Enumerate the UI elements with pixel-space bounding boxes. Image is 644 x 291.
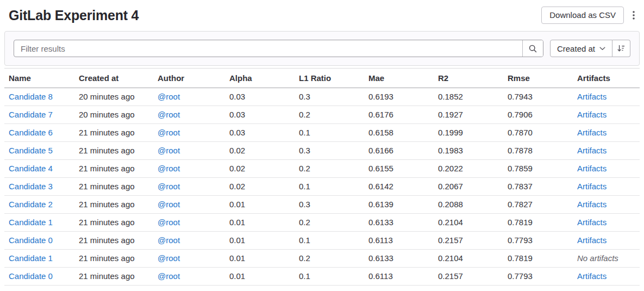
candidate-link[interactable]: Candidate 1 bbox=[9, 218, 53, 227]
candidate-link[interactable]: Candidate 8 bbox=[9, 92, 53, 101]
author-link[interactable]: @root bbox=[158, 253, 180, 263]
table-row: Candidate 521 minutes ago@root0.020.30.6… bbox=[4, 142, 640, 160]
created-at-value: 20 minutes ago bbox=[79, 92, 135, 101]
candidate-link[interactable]: Candidate 4 bbox=[9, 164, 53, 173]
alpha-value: 0.03 bbox=[229, 128, 245, 137]
candidate-link[interactable]: Candidate 0 bbox=[9, 271, 53, 281]
author-link[interactable]: @root bbox=[158, 164, 180, 173]
table-row: Candidate 720 minutes ago@root0.030.20.6… bbox=[4, 106, 640, 124]
sort-direction-button[interactable] bbox=[612, 40, 630, 57]
sort-field-dropdown[interactable]: Created at bbox=[550, 40, 612, 57]
created-at-value: 21 minutes ago bbox=[79, 253, 135, 263]
author-link[interactable]: @root bbox=[158, 110, 180, 119]
alpha-value: 0.03 bbox=[229, 92, 245, 101]
created-at-value: 21 minutes ago bbox=[79, 218, 135, 227]
sort-descending-icon bbox=[617, 44, 626, 53]
page-title: GitLab Experiment 4 bbox=[9, 8, 139, 23]
rmse-value: 0.7906 bbox=[508, 110, 533, 119]
alpha-value: 0.01 bbox=[229, 271, 245, 281]
mae-value: 0.6133 bbox=[368, 218, 393, 227]
table-row: Candidate 321 minutes ago@root0.020.10.6… bbox=[4, 178, 640, 196]
no-artifacts-text: No artifacts bbox=[577, 253, 618, 263]
author-link[interactable]: @root bbox=[158, 218, 180, 227]
search-input-group bbox=[14, 40, 543, 57]
table-row: Candidate 121 minutes ago@root0.010.20.6… bbox=[4, 250, 640, 268]
r2-value: 0.1999 bbox=[438, 128, 463, 137]
l1-ratio-value: 0.2 bbox=[299, 253, 310, 263]
l1-ratio-value: 0.3 bbox=[299, 146, 310, 155]
candidate-link[interactable]: Candidate 7 bbox=[9, 110, 53, 119]
top-bar: GitLab Experiment 4 Download as CSV bbox=[4, 7, 640, 31]
table-row: Candidate 221 minutes ago@root0.010.30.6… bbox=[4, 196, 640, 214]
filter-results-input[interactable] bbox=[14, 40, 522, 57]
alpha-value: 0.01 bbox=[229, 200, 245, 209]
artifacts-link[interactable]: Artifacts bbox=[577, 164, 607, 173]
author-link[interactable]: @root bbox=[158, 236, 180, 245]
alpha-value: 0.01 bbox=[229, 253, 245, 263]
candidate-link[interactable]: Candidate 0 bbox=[9, 236, 53, 245]
table-row: Candidate 121 minutes ago@root0.010.20.6… bbox=[4, 214, 640, 232]
filter-bar: Created at bbox=[4, 31, 640, 66]
table-row: Candidate 820 minutes ago@root0.030.30.6… bbox=[4, 88, 640, 106]
created-at-value: 21 minutes ago bbox=[79, 182, 135, 191]
mae-value: 0.6113 bbox=[368, 271, 393, 281]
author-link[interactable]: @root bbox=[158, 146, 180, 155]
l1-ratio-value: 0.2 bbox=[299, 110, 310, 119]
column-header-r2: R2 bbox=[438, 69, 508, 88]
l1-ratio-value: 0.2 bbox=[299, 218, 310, 227]
r2-value: 0.2157 bbox=[438, 236, 463, 245]
author-link[interactable]: @root bbox=[158, 200, 180, 209]
created-at-value: 20 minutes ago bbox=[79, 110, 135, 119]
rmse-value: 0.7837 bbox=[508, 182, 533, 191]
l1-ratio-value: 0.1 bbox=[299, 236, 310, 245]
author-link[interactable]: @root bbox=[158, 182, 180, 191]
candidate-link[interactable]: Candidate 1 bbox=[9, 253, 53, 263]
alpha-value: 0.02 bbox=[229, 164, 245, 173]
rmse-value: 0.7878 bbox=[508, 146, 533, 155]
mae-value: 0.6176 bbox=[368, 110, 393, 119]
author-link[interactable]: @root bbox=[158, 128, 180, 137]
column-header-author: Author bbox=[158, 69, 229, 88]
artifacts-link[interactable]: Artifacts bbox=[577, 218, 607, 227]
r2-value: 0.2067 bbox=[438, 182, 463, 191]
created-at-value: 21 minutes ago bbox=[79, 146, 135, 155]
mae-value: 0.6142 bbox=[368, 182, 393, 191]
more-actions-button[interactable] bbox=[630, 9, 637, 21]
candidate-link[interactable]: Candidate 2 bbox=[9, 200, 53, 209]
created-at-value: 21 minutes ago bbox=[79, 200, 135, 209]
kebab-icon bbox=[632, 10, 635, 20]
artifacts-link[interactable]: Artifacts bbox=[577, 200, 607, 209]
column-header-rmse: Rmse bbox=[508, 69, 577, 88]
artifacts-link[interactable]: Artifacts bbox=[577, 271, 607, 281]
search-button[interactable] bbox=[522, 40, 543, 57]
artifacts-link[interactable]: Artifacts bbox=[577, 92, 607, 101]
artifacts-link[interactable]: Artifacts bbox=[577, 110, 607, 119]
column-header-artifacts: Artifacts bbox=[577, 69, 640, 88]
alpha-value: 0.02 bbox=[229, 182, 245, 191]
created-at-value: 21 minutes ago bbox=[79, 271, 135, 281]
artifacts-link[interactable]: Artifacts bbox=[577, 146, 607, 155]
created-at-value: 21 minutes ago bbox=[79, 128, 135, 137]
r2-value: 0.2022 bbox=[438, 164, 463, 173]
alpha-value: 0.01 bbox=[229, 236, 245, 245]
table-row: Candidate 621 minutes ago@root0.030.10.6… bbox=[4, 124, 640, 142]
chevron-down-icon bbox=[599, 47, 605, 51]
author-link[interactable]: @root bbox=[158, 92, 180, 101]
column-header-l1-ratio: L1 Ratio bbox=[299, 69, 368, 88]
rmse-value: 0.7793 bbox=[508, 236, 533, 245]
column-header-mae: Mae bbox=[368, 69, 438, 88]
artifacts-link[interactable]: Artifacts bbox=[577, 236, 607, 245]
artifacts-link[interactable]: Artifacts bbox=[577, 128, 607, 137]
r2-value: 0.2157 bbox=[438, 271, 463, 281]
l1-ratio-value: 0.3 bbox=[299, 200, 310, 209]
r2-value: 0.1852 bbox=[438, 92, 463, 101]
artifacts-link[interactable]: Artifacts bbox=[577, 182, 607, 191]
author-link[interactable]: @root bbox=[158, 271, 180, 281]
download-csv-button[interactable]: Download as CSV bbox=[541, 7, 624, 24]
alpha-value: 0.03 bbox=[229, 110, 245, 119]
candidate-link[interactable]: Candidate 3 bbox=[9, 182, 53, 191]
rmse-value: 0.7859 bbox=[508, 164, 533, 173]
candidate-link[interactable]: Candidate 5 bbox=[9, 146, 53, 155]
candidate-link[interactable]: Candidate 6 bbox=[9, 128, 53, 137]
table-header-row: NameCreated atAuthorAlphaL1 RatioMaeR2Rm… bbox=[4, 69, 640, 88]
